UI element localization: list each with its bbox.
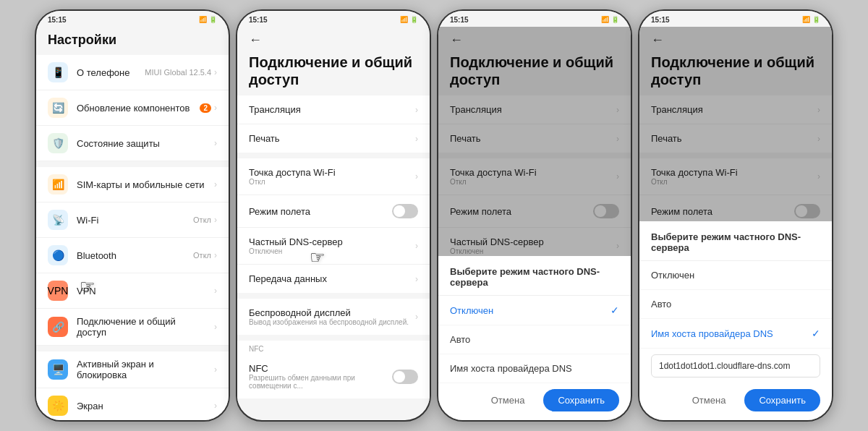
signal-icon: 📶 bbox=[601, 16, 609, 23]
bluetooth-icon: 🔵 bbox=[48, 245, 68, 265]
list-item[interactable]: Передача данных › bbox=[237, 265, 430, 293]
dialog-buttons-3: Отмена Сохранить bbox=[438, 383, 631, 420]
item-label: Передача данных bbox=[249, 273, 409, 284]
item-label: Wi-Fi bbox=[77, 215, 184, 226]
dialog-buttons-4: Отмена Сохранить bbox=[639, 383, 832, 420]
item-value: Откл bbox=[193, 216, 211, 224]
wifi-icon: 📡 bbox=[48, 210, 68, 230]
item-label: NFC bbox=[249, 363, 386, 374]
section-2: Точка доступа Wi-Fi Откл › Режим полета bbox=[237, 158, 430, 293]
battery-icon: 🔋 bbox=[209, 16, 217, 23]
item-sublabel: Откл bbox=[249, 178, 409, 186]
dialog-option-disabled[interactable]: Отключен ✓ bbox=[438, 296, 631, 325]
dialog-option-hostname[interactable]: Имя хоста провайдера DNS bbox=[438, 354, 631, 383]
dialog-overlay-4: Выберите режим частного DNS-сервера Откл… bbox=[639, 27, 832, 420]
list-item[interactable]: 📶 SIM-карты и мобильные сети › bbox=[36, 167, 229, 202]
time-3: 15:15 bbox=[450, 16, 469, 24]
item-value: Откл bbox=[193, 251, 211, 260]
dns-item[interactable]: Частный DNS-сервер Отключен › bbox=[237, 228, 430, 265]
item-label: О телефоне bbox=[77, 67, 136, 78]
nfc-toggle[interactable] bbox=[392, 370, 418, 384]
status-bar-2: 15:15 📶 🔋 bbox=[237, 11, 430, 27]
signal-icon: 📶 bbox=[400, 16, 408, 23]
time-1: 15:15 bbox=[48, 16, 67, 24]
list-item[interactable]: ☀️ Экран › bbox=[36, 388, 229, 420]
list-item[interactable]: 🖥️ Активный экран и блокировка › bbox=[36, 351, 229, 388]
item-label: Экран bbox=[77, 401, 205, 411]
cancel-button-4[interactable]: Отмена bbox=[681, 389, 738, 411]
status-icons-1: 📶 🔋 bbox=[199, 16, 217, 23]
dialog-overlay-3: Выберите режим частного DNS-сервера Откл… bbox=[438, 27, 631, 420]
back-header-2: ← bbox=[237, 27, 430, 51]
item-label: Состояние защиты bbox=[77, 138, 205, 149]
signal-icon: 📶 bbox=[802, 16, 810, 23]
item-label: Трансляция bbox=[249, 104, 409, 115]
settings-list: 📱 О телефоне MIUI Global 12.5.4 › 🔄 Обно… bbox=[36, 55, 229, 420]
save-button-3[interactable]: Сохранить bbox=[543, 389, 619, 411]
dialog-option-auto[interactable]: Авто bbox=[438, 325, 631, 354]
dialog-option-disabled[interactable]: Отключен bbox=[639, 261, 832, 290]
dns-dialog-4: Выберите режим частного DNS-сервера Откл… bbox=[639, 221, 832, 420]
vpn-icon: VPN bbox=[48, 281, 68, 301]
item-label: Печать bbox=[249, 133, 409, 144]
option-label: Имя хоста провайдера DNS bbox=[651, 328, 773, 339]
bluetooth-item[interactable]: 🔵 Bluetooth Откл › bbox=[36, 238, 229, 273]
battery-icon: 🔋 bbox=[410, 16, 418, 23]
option-label: Авто bbox=[450, 334, 470, 345]
chevron-icon: › bbox=[214, 179, 217, 189]
nfc-item[interactable]: NFC Разрешить обмен данными при совмещен… bbox=[237, 354, 430, 398]
dialog-option-auto[interactable]: Авто bbox=[639, 290, 832, 319]
phone-icon: 📱 bbox=[48, 62, 68, 82]
phones-container: 15:15 📶 🔋 Настройки 📱 О телефоне MIUI Gl… bbox=[27, 2, 841, 429]
back-button-2[interactable]: ← bbox=[249, 33, 262, 47]
chevron-icon: › bbox=[214, 103, 217, 113]
page-title-2: Подключение и общий доступ bbox=[237, 51, 430, 95]
save-button-4[interactable]: Сохранить bbox=[744, 389, 820, 411]
item-label: Режим полета bbox=[249, 206, 386, 217]
chevron-icon: › bbox=[214, 401, 217, 411]
list-item[interactable]: 📱 О телефоне MIUI Global 12.5.4 › bbox=[36, 55, 229, 90]
airplane-toggle[interactable] bbox=[392, 204, 418, 218]
signal-icon: 📶 bbox=[199, 16, 207, 23]
list-item[interactable]: Режим полета bbox=[237, 195, 430, 228]
chevron-icon: › bbox=[214, 364, 217, 375]
item-label: Подключение и общий доступ bbox=[77, 316, 205, 338]
dialog-option-hostname[interactable]: Имя хоста провайдера DNS ✓ bbox=[639, 319, 832, 349]
chevron-icon: › bbox=[415, 134, 418, 144]
dns-dialog-3: Выберите режим частного DNS-сервера Откл… bbox=[438, 256, 631, 420]
list-item[interactable]: VPN VPN › bbox=[36, 273, 229, 309]
list-item[interactable]: Точка доступа Wi-Fi Откл › bbox=[237, 158, 430, 195]
time-2: 15:15 bbox=[249, 16, 268, 24]
option-label: Отключен bbox=[450, 305, 493, 316]
phone2-content: ← Подключение и общий доступ Трансляция … bbox=[237, 27, 430, 420]
dialog-title-3: Выберите режим частного DNS-сервера bbox=[438, 256, 631, 296]
cancel-button-3[interactable]: Отмена bbox=[480, 389, 537, 411]
chevron-icon: › bbox=[214, 67, 217, 77]
chevron-icon: › bbox=[214, 138, 217, 148]
dns-hostname-input[interactable]: 1dot1dot1dot1.cloudflare-dns.com bbox=[651, 354, 820, 377]
list-item[interactable]: Беспроводной дисплей Вывод изображения н… bbox=[237, 299, 430, 335]
nfc-label: NFC bbox=[237, 341, 430, 354]
badge: 2 bbox=[200, 103, 211, 113]
item-label: VPN bbox=[77, 286, 205, 296]
connection-list-2: Трансляция › Печать › Точка доступ bbox=[237, 95, 430, 404]
status-bar-1: 15:15 📶 🔋 bbox=[36, 11, 229, 27]
list-item[interactable]: Трансляция › bbox=[237, 95, 430, 124]
item-label: SIM-карты и мобильные сети bbox=[77, 179, 205, 190]
list-item[interactable]: 📡 Wi-Fi Откл › bbox=[36, 202, 229, 238]
shield-icon: 🛡️ bbox=[48, 133, 68, 153]
item-label: Bluetooth bbox=[77, 250, 184, 261]
list-item[interactable]: 🛡️ Состояние защиты › bbox=[36, 126, 229, 161]
battery-icon: 🔋 bbox=[812, 16, 820, 23]
section-1: Трансляция › Печать › bbox=[237, 95, 430, 153]
item-label: Активный экран и блокировка bbox=[77, 359, 205, 380]
connection-icon: 🔗 bbox=[48, 317, 68, 337]
connection-item[interactable]: 🔗 Подключение и общий доступ › bbox=[36, 309, 229, 346]
update-icon: 🔄 bbox=[48, 98, 68, 118]
phone1-content: Настройки 📱 О телефоне MIUI Global 12.5.… bbox=[36, 27, 229, 420]
item-label: Точка доступа Wi-Fi bbox=[249, 167, 409, 178]
list-item[interactable]: Печать › bbox=[237, 124, 430, 153]
list-item[interactable]: 🔄 Обновление компонентов 2 › bbox=[36, 90, 229, 126]
chevron-icon: › bbox=[214, 286, 217, 296]
phone-1: 15:15 📶 🔋 Настройки 📱 О телефоне MIUI Gl… bbox=[35, 9, 230, 422]
